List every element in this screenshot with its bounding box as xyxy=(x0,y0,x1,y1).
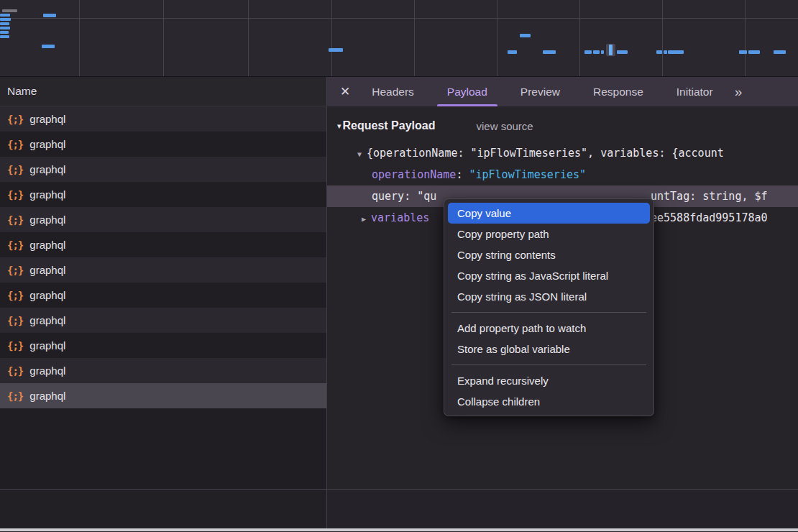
json-braces-icon: {;} xyxy=(7,390,23,402)
close-icon[interactable]: ✕ xyxy=(340,84,350,99)
waterfall-bar xyxy=(2,9,17,12)
overview-gridline xyxy=(248,0,249,76)
network-overview[interactable] xyxy=(0,0,798,77)
overview-gridline xyxy=(79,0,80,76)
tab-preview[interactable]: Preview xyxy=(510,77,570,106)
waterfall-bar xyxy=(668,50,684,54)
request-name: graphql xyxy=(29,214,65,226)
tab-label: Initiator xyxy=(677,86,713,98)
waterfall-bar xyxy=(0,18,11,21)
waterfall-bar xyxy=(42,45,55,48)
overview-gridline xyxy=(745,0,746,76)
json-braces-icon: {;} xyxy=(7,164,23,175)
tab-payload[interactable]: Payload xyxy=(437,77,497,106)
json-braces-icon: {;} xyxy=(7,239,23,251)
overview-gridline-horizontal xyxy=(0,18,798,19)
main-split: {;}graphql{;}graphql{;}graphql{;}graphql… xyxy=(0,106,798,489)
tab-label: Preview xyxy=(520,86,560,98)
more-tabs-icon[interactable]: » xyxy=(735,84,741,100)
request-row[interactable]: {;}graphql xyxy=(0,333,326,358)
json-braces-icon: {;} xyxy=(7,114,23,125)
detail-tab-bar: ✕ HeadersPayloadPreviewResponseInitiator… xyxy=(327,77,798,106)
waterfall-bar xyxy=(748,50,760,54)
waterfall-bar xyxy=(543,50,556,54)
colon: : xyxy=(456,168,469,181)
request-row[interactable]: {;}graphql xyxy=(0,257,326,283)
request-name: graphql xyxy=(29,138,65,150)
tab-response[interactable]: Response xyxy=(583,77,653,106)
devtools-window: Name ✕ HeadersPayloadPreviewResponseInit… xyxy=(0,0,798,532)
request-name: graphql xyxy=(29,264,65,276)
waterfall-bar xyxy=(774,50,786,54)
request-name: graphql xyxy=(29,289,65,301)
request-row[interactable]: {;}graphql xyxy=(0,182,326,207)
tab-label: Response xyxy=(593,86,643,98)
request-name: graphql xyxy=(29,113,65,125)
overview-gridline xyxy=(331,0,332,76)
request-row[interactable]: {;}graphql xyxy=(0,157,326,182)
context-menu: Copy valueCopy property pathCopy string … xyxy=(444,198,654,416)
request-row[interactable]: {;}graphql xyxy=(0,358,326,383)
menu-item-copy-value[interactable]: Copy value xyxy=(448,203,650,224)
menu-item-copy-string-as-javascript-literal[interactable]: Copy string as JavaScript literal xyxy=(448,265,650,286)
json-braces-icon: {;} xyxy=(7,340,23,352)
tab-label: Payload xyxy=(447,86,487,98)
waterfall-bar xyxy=(43,14,56,17)
expanded-triangle-icon[interactable]: ▼ xyxy=(357,150,362,158)
request-name: graphql xyxy=(29,163,65,175)
footer-right xyxy=(327,490,798,528)
section-expanded-triangle-icon[interactable]: ▾ xyxy=(337,121,341,131)
request-row[interactable]: {;}graphql xyxy=(0,132,326,157)
collapsed-triangle-icon[interactable]: ▶ xyxy=(362,215,366,223)
payload-preview-row[interactable]: ▼{operationName: "ipFlowTimeseries", var… xyxy=(327,142,798,164)
tab-initiator[interactable]: Initiator xyxy=(666,77,723,106)
tab-strip: HeadersPayloadPreviewResponseInitiator xyxy=(362,77,723,106)
tab-headers[interactable]: Headers xyxy=(362,77,424,106)
request-row[interactable]: {;}graphql xyxy=(0,283,326,308)
menu-item-store-as-global-variable[interactable]: Store as global variable xyxy=(448,339,650,359)
view-source-link[interactable]: view source xyxy=(476,120,533,132)
menu-separator xyxy=(451,364,646,365)
overview-gridline xyxy=(662,0,663,76)
selected-request-tick xyxy=(609,45,613,55)
waterfall-bar xyxy=(593,50,600,54)
json-braces-icon: {;} xyxy=(7,290,23,301)
waterfall-bar xyxy=(739,50,747,54)
menu-item-copy-property-path[interactable]: Copy property path xyxy=(448,224,650,244)
json-braces-icon: {;} xyxy=(7,315,23,326)
request-row[interactable]: {;}graphql xyxy=(0,232,326,257)
json-braces-icon: {;} xyxy=(7,365,23,377)
waterfall-bar xyxy=(0,31,9,34)
json-braces-icon: {;} xyxy=(7,265,23,276)
query-fragment-right: untTag: string, $f xyxy=(651,185,768,207)
payload-row-operationname[interactable]: operationName: "ipFlowTimeseries" xyxy=(327,164,798,185)
waterfall-bar xyxy=(0,27,10,29)
request-row[interactable]: {;}graphql xyxy=(0,383,326,408)
request-name: graphql xyxy=(29,390,65,402)
request-row[interactable]: {;}graphql xyxy=(0,308,326,333)
menu-separator xyxy=(451,312,646,313)
menu-item-add-property-path-to-watch[interactable]: Add property path to watch xyxy=(448,318,650,339)
waterfall-bar xyxy=(0,14,10,17)
waterfall-bar xyxy=(601,50,604,54)
overview-gridline xyxy=(163,0,164,76)
section-title: Request Payload xyxy=(343,119,436,132)
name-column-label: Name xyxy=(7,85,37,98)
waterfall-bar xyxy=(617,50,628,54)
header-strip: Name ✕ HeadersPayloadPreviewResponseInit… xyxy=(0,77,798,106)
waterfall-bar xyxy=(0,22,9,25)
request-name: graphql xyxy=(29,314,65,326)
menu-item-copy-string-contents[interactable]: Copy string contents xyxy=(448,244,650,265)
request-row[interactable]: {;}graphql xyxy=(0,207,326,232)
menu-item-expand-recursively[interactable]: Expand recursively xyxy=(448,370,650,391)
request-name: graphql xyxy=(29,188,65,201)
string-value: "ipFlowTimeseries" xyxy=(469,168,586,181)
menu-item-copy-string-as-json-literal[interactable]: Copy string as JSON literal xyxy=(448,286,650,307)
menu-item-collapse-children[interactable]: Collapse children xyxy=(448,391,650,412)
property-key: variables xyxy=(371,211,429,224)
waterfall-bar xyxy=(520,34,531,37)
tab-label: Headers xyxy=(372,86,414,98)
object-preview-text: {operationName: "ipFlowTimeseries", vari… xyxy=(367,147,724,160)
request-row[interactable]: {;}graphql xyxy=(0,106,326,132)
name-column-header[interactable]: Name xyxy=(0,77,327,106)
